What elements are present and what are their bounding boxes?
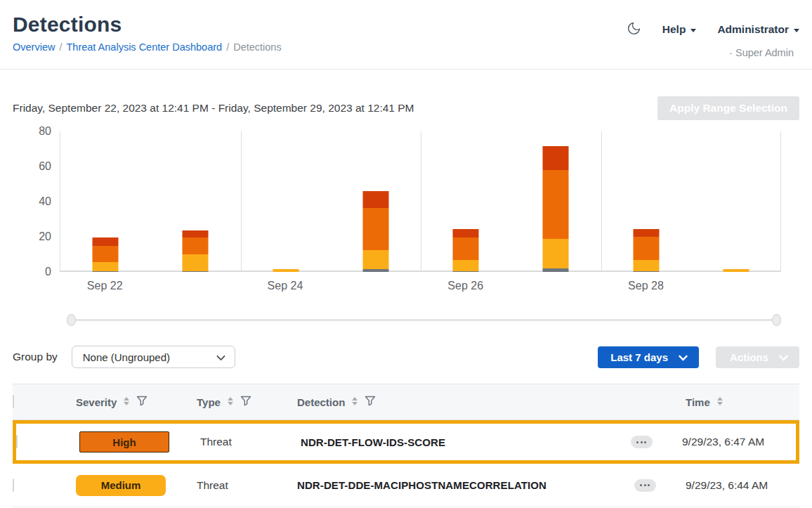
dark-orange-segment bbox=[93, 237, 119, 245]
time-range-slider[interactable] bbox=[67, 314, 781, 327]
y-axis-tick-label: 60 bbox=[39, 160, 51, 173]
time-filter-button[interactable]: Last 7 days bbox=[598, 346, 699, 368]
theme-toggle-button[interactable] bbox=[627, 21, 641, 38]
slider-track bbox=[70, 319, 778, 321]
row-actions-cell bbox=[620, 436, 662, 448]
orange-segment bbox=[183, 237, 209, 254]
row-more-actions-button[interactable] bbox=[631, 436, 653, 448]
table-header-row: Severity Type Detection Time bbox=[13, 384, 799, 420]
table-toolbar: Group by None (Ungrouped) Last 7 days Ac… bbox=[13, 346, 799, 368]
table-row[interactable]: Medium Threat NDR-DET-DDE-MACIPHOSTNAMEC… bbox=[13, 464, 799, 507]
chart-plot-area[interactable] bbox=[60, 131, 781, 272]
chevron-down-icon bbox=[690, 29, 696, 32]
x-axis-tick-label: Sep 28 bbox=[628, 280, 664, 292]
yellow-segment bbox=[93, 262, 119, 271]
chart-gridline bbox=[241, 131, 242, 272]
group-by-label: Group by bbox=[13, 351, 58, 363]
user-role-label: · Super Admin bbox=[627, 47, 799, 58]
page-title: Detections bbox=[13, 13, 282, 37]
yellow-segment bbox=[453, 260, 479, 271]
time-cell: 9/29/23, 6:44 AM bbox=[666, 479, 799, 492]
range-row: Friday, September 22, 2023 at 12:41 PM -… bbox=[13, 96, 799, 120]
y-axis-tick-label: 80 bbox=[39, 125, 51, 138]
time-cell: 9/29/23, 6:47 AM bbox=[662, 436, 796, 448]
x-axis-tick-label: Sep 26 bbox=[447, 280, 483, 292]
chart-gridline bbox=[780, 131, 781, 272]
row-select-cell bbox=[13, 479, 63, 492]
orange-segment bbox=[362, 208, 388, 250]
chevron-down-icon bbox=[216, 351, 225, 363]
row-select-cell bbox=[16, 436, 67, 448]
chevron-down-icon bbox=[794, 29, 799, 32]
row-checkbox[interactable] bbox=[13, 478, 14, 492]
breadcrumb-separator: / bbox=[226, 41, 229, 53]
filter-icon[interactable] bbox=[240, 396, 251, 408]
page-header: Detections Overview/Threat Analysis Cent… bbox=[0, 0, 812, 58]
actions-button[interactable]: Actions bbox=[716, 346, 799, 368]
sort-icon[interactable] bbox=[227, 396, 234, 408]
stacked-bar-sep-22[interactable] bbox=[93, 237, 119, 272]
severity-badge-medium[interactable]: Medium bbox=[76, 475, 166, 496]
stacked-bar-sep-23[interactable] bbox=[183, 230, 209, 272]
detections-chart: 020406080 bbox=[13, 131, 781, 272]
time-filter-label: Last 7 days bbox=[610, 351, 668, 363]
column-header-severity[interactable]: Severity bbox=[63, 396, 184, 408]
orange-segment bbox=[543, 170, 569, 239]
slider-handle-right[interactable] bbox=[772, 314, 781, 326]
group-by-select[interactable]: None (Ungrouped) bbox=[72, 346, 235, 368]
severity-cell: Medium bbox=[63, 475, 184, 496]
slider-handle-left[interactable] bbox=[67, 314, 76, 326]
help-menu[interactable]: Help bbox=[662, 23, 697, 36]
chart-y-axis: 020406080 bbox=[13, 131, 60, 272]
detections-table: Severity Type Detection Time High bbox=[13, 384, 799, 507]
apply-range-selection-button[interactable]: Apply Range Selection bbox=[657, 96, 799, 120]
row-checkbox[interactable] bbox=[16, 435, 18, 448]
select-all-checkbox[interactable] bbox=[13, 395, 14, 408]
yellow-segment bbox=[183, 254, 209, 271]
severity-badge-high[interactable]: High bbox=[79, 431, 169, 452]
row-more-actions-button[interactable] bbox=[634, 479, 656, 492]
sort-icon[interactable] bbox=[123, 396, 130, 408]
type-cell: Threat bbox=[188, 436, 288, 448]
y-axis-tick-label: 40 bbox=[39, 195, 51, 208]
header-divider bbox=[0, 69, 812, 70]
moon-icon bbox=[627, 21, 641, 38]
yellow-segment bbox=[633, 260, 659, 271]
date-range-text: Friday, September 22, 2023 at 12:41 PM -… bbox=[13, 102, 414, 115]
row-actions-cell bbox=[624, 479, 666, 492]
dark-orange-segment bbox=[453, 229, 479, 238]
stacked-bar-sep-28[interactable] bbox=[633, 229, 659, 272]
chevron-down-icon bbox=[679, 351, 688, 363]
x-axis-tick-label: Sep 24 bbox=[268, 280, 303, 292]
breadcrumb-link-threat-analysis[interactable]: Threat Analysis Center Dashboard bbox=[66, 41, 222, 53]
filter-icon[interactable] bbox=[365, 396, 376, 408]
detection-cell[interactable]: NDR-DET-DDE-MACIPHOSTNAMECORRELATION bbox=[284, 479, 624, 491]
column-header-type[interactable]: Type bbox=[184, 396, 284, 408]
breadcrumb: Overview/Threat Analysis Center Dashboar… bbox=[13, 41, 282, 53]
actions-button-label: Actions bbox=[730, 351, 768, 363]
stacked-bar-sep-27[interactable] bbox=[543, 146, 569, 272]
stacked-bar-sep-26[interactable] bbox=[453, 229, 479, 272]
column-label: Time bbox=[686, 396, 710, 408]
sort-icon[interactable] bbox=[716, 396, 723, 408]
filter-icon[interactable] bbox=[136, 396, 148, 408]
header-right: Help Administrator · Super Admin bbox=[627, 13, 799, 58]
select-all-cell bbox=[13, 396, 63, 408]
yellow-segment bbox=[543, 239, 569, 269]
dark-orange-segment bbox=[183, 230, 209, 237]
severity-cell: High bbox=[67, 431, 188, 452]
table-row-highlighted[interactable]: High Threat NDR-DET-FLOW-IDS-SCORE 9/29/… bbox=[13, 420, 799, 464]
help-menu-label: Help bbox=[662, 23, 686, 36]
detection-cell[interactable]: NDR-DET-FLOW-IDS-SCORE bbox=[288, 436, 620, 448]
orange-segment bbox=[633, 237, 659, 260]
yellow-segment bbox=[362, 250, 388, 270]
column-header-time[interactable]: Time bbox=[666, 396, 799, 408]
user-menu-label: Administrator bbox=[717, 23, 789, 36]
breadcrumb-link-overview[interactable]: Overview bbox=[13, 41, 55, 53]
column-header-detection[interactable]: Detection bbox=[284, 396, 624, 408]
chart-x-axis-labels: Sep 22Sep 24Sep 26Sep 28 bbox=[60, 272, 781, 297]
chevron-down-icon bbox=[779, 351, 788, 363]
user-menu[interactable]: Administrator bbox=[717, 23, 799, 36]
sort-icon[interactable] bbox=[351, 396, 358, 408]
stacked-bar-sep-25[interactable] bbox=[362, 191, 388, 272]
